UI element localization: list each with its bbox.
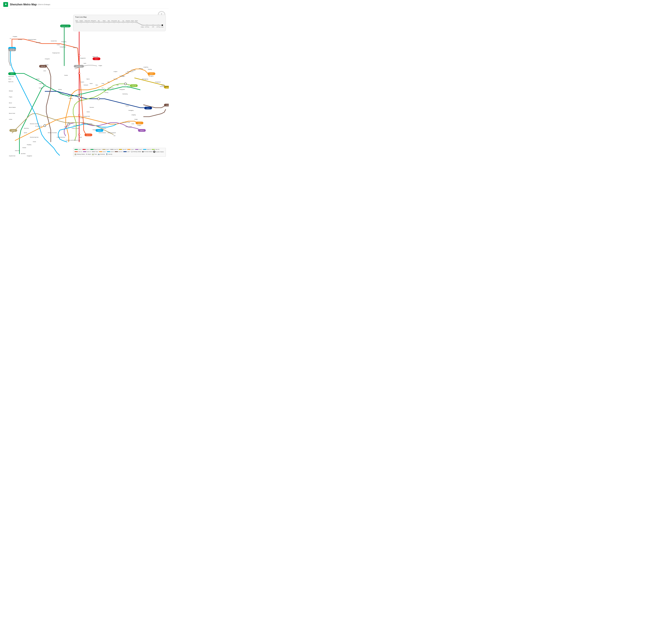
- svg-text:Mazu: Mazu: [95, 85, 98, 86]
- svg-text:Line 10: Line 10: [132, 85, 136, 86]
- svg-text:Huangbeiling: Huangbeiling: [87, 123, 92, 124]
- svg-text:Zuopinter East: Zuopinter East: [9, 155, 15, 156]
- svg-text:Heihoukuo: Heihoukuo: [36, 42, 40, 43]
- legend-line10: Line 10: [151, 149, 159, 150]
- svg-text:Convention and Exhibition Cent: Convention and Exhibition Center: [66, 140, 80, 141]
- svg-text:Shuiwan: Shuiwan: [22, 147, 26, 148]
- svg-text:Shenzhen: Shenzhen: [90, 107, 94, 108]
- svg-point-44: [80, 94, 81, 95]
- legend-line7: Line 7: [123, 151, 130, 152]
- svg-text:Science Museum: Science Museum: [99, 132, 106, 133]
- legend-line14: Line 14: [83, 151, 91, 152]
- svg-text:Kuerong: Kuerong: [105, 92, 108, 93]
- svg-text:Bao'an Stadium: Bao'an Stadium: [9, 107, 16, 108]
- svg-text:Fuzhong: Fuzhong: [79, 117, 83, 118]
- svg-text:Xinqiao: Xinqiao: [134, 119, 138, 120]
- svg-text:Line 5: Line 5: [140, 130, 144, 131]
- svg-text:Nankeng: Nankeng: [139, 68, 143, 69]
- logo-icon: ✦: [3, 2, 8, 7]
- svg-text:Guanhu: Guanhu: [81, 82, 84, 83]
- svg-point-51: [78, 134, 80, 135]
- svg-text:Nanhai: Nanhai: [24, 132, 27, 133]
- legend-line13: Line 13: [115, 151, 122, 152]
- svg-text:松岗: 松岗: [10, 38, 11, 39]
- svg-text:Gonaming Square: Gonaming Square: [28, 39, 36, 40]
- svg-text:Liangmen Hill: Liangmen Hill: [108, 87, 113, 89]
- svg-text:North: North: [84, 63, 86, 64]
- svg-text:Yousong: Yousong: [113, 79, 117, 80]
- svg-text:Longhua: Longhua: [113, 71, 117, 72]
- svg-text:Gangxia North: Gangxia North: [84, 116, 90, 117]
- svg-text:Guangming St: Guangming St: [60, 47, 66, 48]
- svg-text:Line 7: Line 7: [146, 108, 150, 109]
- svg-text:Dengliang: Dengliang: [27, 144, 31, 145]
- svg-text:Shuanglong St: Shuanglong St: [127, 71, 133, 72]
- svg-point-48: [78, 73, 80, 74]
- svg-text:Pingtian: Pingtian: [99, 65, 102, 66]
- svg-text:Zhennin: Zhennin: [73, 47, 77, 48]
- svg-text:Longsheng: Longsheng: [143, 66, 148, 68]
- svg-text:Scientist Park: Scientist Park: [51, 40, 57, 41]
- legend-tram: Tram: [92, 151, 98, 152]
- svg-text:Hontang: Hontang: [60, 93, 63, 95]
- svg-point-43: [68, 95, 69, 96]
- svg-text:Line 11: Line 11: [86, 134, 90, 136]
- svg-text:Tianliao: Tianliao: [125, 106, 129, 107]
- svg-text:Tram Line: Tram Line: [76, 66, 82, 67]
- legend-terminal-station: Terminal Station: [142, 151, 152, 152]
- svg-text:Longsheng: Longsheng: [39, 83, 44, 84]
- svg-text:Guanyuan: Guanyuan: [84, 85, 88, 86]
- svg-point-47: [78, 55, 80, 56]
- svg-text:Xinlangen: Xinlangen: [132, 69, 136, 71]
- svg-text:Longping: Longping: [149, 76, 153, 77]
- svg-text:Talent Park: Talent Park: [64, 126, 69, 127]
- legend-line20: Line 20: [110, 149, 118, 150]
- svg-text:Children's Palace: Children's Palace: [72, 128, 79, 129]
- svg-text:Airport: Airport: [8, 79, 11, 80]
- svg-text:Pengshanen: Pengshanen: [155, 82, 161, 83]
- legend-airport: ✈ Airport: [86, 153, 91, 155]
- svg-text:Guanlan: Guanlan: [45, 64, 49, 65]
- line8: [143, 105, 166, 117]
- legend-box: Line 1 Line 4 Branch Line 2 Line 9 Line …: [73, 148, 166, 156]
- svg-text:Liutang Checkpoint: Liutang Checkpoint: [108, 132, 116, 134]
- svg-text:Songgang: Songgang: [13, 36, 17, 37]
- svg-text:Yoandan: Yoandan: [36, 79, 40, 80]
- svg-text:Bao'an: Bao'an: [87, 79, 90, 80]
- svg-text:Hongliping: Hongliping: [102, 128, 106, 129]
- svg-text:Haiwai: Haiwai: [90, 83, 92, 84]
- svg-text:Luohu: Luohu: [132, 123, 134, 124]
- svg-text:Shenzhen Center: Shenzhen Center: [122, 122, 130, 123]
- legend-tram-icon: 🚃 Tram: [92, 153, 97, 155]
- svg-point-50: [78, 115, 80, 116]
- svg-text:Meilin: Meilin: [79, 99, 82, 100]
- svg-text:Line 13: Line 13: [41, 66, 45, 67]
- svg-point-56: [124, 83, 127, 85]
- svg-text:Houhai: Houhai: [33, 141, 36, 142]
- svg-text:Shangmeilin: Shangmeilin: [119, 89, 125, 90]
- legend-streetcar: 🚌 Streetcar: [98, 153, 105, 155]
- svg-text:Technology University: Technology University: [160, 86, 169, 87]
- svg-text:✦: ✦: [4, 3, 7, 6]
- legend-line12: Line 12: [143, 149, 151, 150]
- svg-text:Grand Theater: Grand Theater: [125, 126, 132, 127]
- svg-text:Airport (T3): Airport (T3): [8, 81, 13, 82]
- legend-line5: Line 5: [135, 149, 142, 150]
- legend-transfer-station: Transfer Station: [153, 151, 164, 152]
- map-container[interactable]: ↑ North Tram Line Map: [0, 8, 169, 158]
- svg-text:Line 6: Line 6: [98, 130, 101, 131]
- svg-text:Sheko Port: Sheko Port: [15, 150, 20, 151]
- svg-text:Sea World: Sea World: [21, 153, 26, 154]
- svg-text:Airport North: Airport North: [8, 76, 14, 77]
- svg-text:Hongweg: Hongweg: [92, 129, 97, 130]
- svg-text:Kangjiao: Kangjiao: [137, 125, 141, 126]
- svg-text:Bihaiwan: Bihaiwan: [9, 90, 13, 91]
- svg-text:Yanzhu: Yanzhu: [161, 85, 165, 86]
- svg-text:Songpuames: Songpuames: [80, 58, 86, 59]
- svg-text:Nankang: Nankang: [69, 98, 73, 99]
- legend-line9: Line 9: [102, 149, 109, 150]
- svg-text:Liangtang: Liangtang: [132, 114, 136, 116]
- svg-text:Line 2: Line 2: [138, 122, 141, 124]
- svg-text:Line 1: Line 1: [10, 73, 14, 75]
- svg-text:Loasan: Loasan: [57, 44, 60, 45]
